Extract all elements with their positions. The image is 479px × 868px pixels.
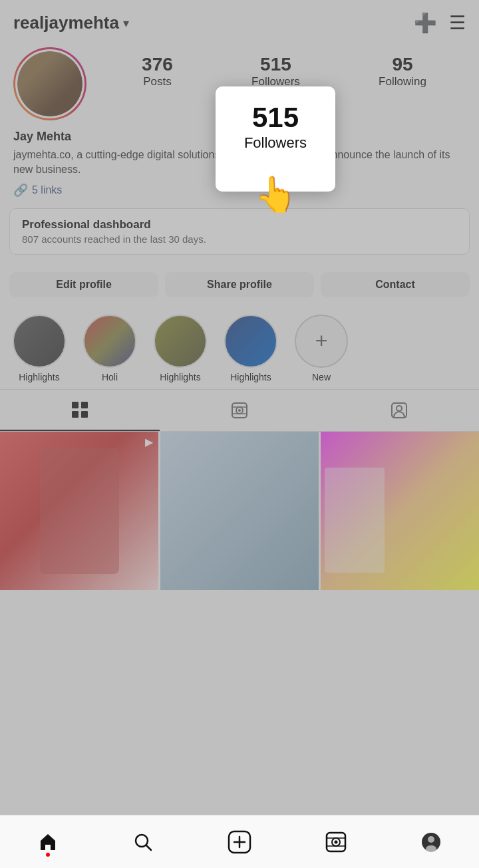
add-icon — [228, 830, 251, 854]
highlight-label-4: Highlights — [230, 372, 271, 382]
header: realjaymehta ▾ ➕ ☰ — [0, 0, 479, 41]
highlight-circle-3 — [154, 315, 207, 368]
stats-row: 376 Posts 515 Followers 95 Following — [102, 47, 466, 88]
following-count: 95 — [392, 54, 412, 75]
share-profile-button[interactable]: Share profile — [165, 272, 314, 297]
cursor-hand-icon: 👆 — [254, 177, 297, 212]
nav-home[interactable] — [37, 831, 59, 853]
avatar[interactable] — [15, 49, 84, 118]
highlight-circle-4 — [224, 315, 277, 368]
reels-icon — [230, 401, 249, 420]
tab-tagged[interactable] — [319, 390, 479, 431]
tagged-icon — [390, 401, 408, 420]
nav-profile[interactable] — [420, 831, 442, 853]
menu-icon[interactable]: ☰ — [449, 12, 466, 34]
followers-stat[interactable]: 515 Followers — [251, 54, 300, 88]
pro-dashboard-title: Professional dashboard — [22, 218, 457, 231]
reels-nav-icon — [325, 831, 347, 853]
highlight-label-2: Holi — [102, 372, 118, 382]
avatar-image — [17, 51, 82, 116]
tooltip-label: Followers — [242, 134, 309, 152]
bottom-nav — [0, 815, 479, 868]
header-right: ➕ ☰ — [414, 12, 466, 34]
svg-rect-2 — [72, 411, 79, 418]
post-cell-1[interactable]: ▶ — [0, 432, 158, 590]
post-cell-3[interactable] — [321, 432, 479, 590]
tab-grid[interactable] — [0, 390, 160, 431]
highlight-item-4[interactable]: Highlights — [221, 315, 281, 382]
add-post-icon[interactable]: ➕ — [414, 12, 437, 34]
search-icon — [132, 831, 154, 853]
highlight-item-new[interactable]: + New — [291, 315, 351, 382]
following-stat[interactable]: 95 Following — [379, 54, 426, 88]
tab-reels[interactable] — [160, 390, 319, 431]
grid-icon — [71, 400, 89, 419]
following-label: Following — [379, 75, 426, 88]
pro-dashboard[interactable]: Professional dashboard 807 accounts reac… — [9, 208, 470, 255]
nav-reels[interactable] — [325, 831, 347, 853]
highlight-circle-2 — [83, 315, 136, 368]
posts-label: Posts — [143, 75, 172, 88]
reels-badge-1: ▶ — [145, 436, 153, 448]
svg-rect-3 — [81, 411, 88, 418]
bio-links-text: 5 links — [32, 184, 62, 196]
header-left: realjaymehta ▾ — [13, 13, 129, 33]
tooltip-number: 515 — [242, 102, 309, 133]
svg-point-6 — [238, 409, 241, 412]
followers-tooltip: 515 Followers 👆 — [216, 86, 335, 192]
nav-search[interactable] — [132, 831, 154, 853]
highlight-label-new: New — [312, 372, 331, 382]
home-icon — [37, 831, 59, 853]
tabs-row — [0, 389, 479, 432]
posts-count: 376 — [142, 54, 173, 75]
profile-nav-icon — [420, 831, 442, 853]
plus-icon: + — [315, 329, 328, 353]
highlight-circle-1 — [13, 315, 66, 368]
action-buttons: Edit profile Share profile Contact — [0, 265, 479, 304]
svg-rect-0 — [72, 402, 79, 408]
username-text[interactable]: realjaymehta — [13, 13, 119, 33]
svg-point-23 — [426, 845, 436, 852]
highlight-item-3[interactable]: Highlights — [150, 315, 210, 382]
pro-dashboard-subtitle: 807 accounts reached in the last 30 days… — [22, 233, 457, 245]
highlight-circle-new: + — [295, 315, 348, 368]
highlight-label-1: Highlights — [19, 372, 59, 382]
edit-profile-button[interactable]: Edit profile — [9, 272, 158, 297]
highlight-item-1[interactable]: Highlights — [9, 315, 69, 382]
posts-grid: ▶ — [0, 432, 479, 590]
contact-button[interactable]: Contact — [321, 272, 470, 297]
highlight-label-3: Highlights — [160, 372, 200, 382]
svg-point-18 — [335, 840, 338, 843]
svg-point-22 — [428, 836, 434, 843]
link-icon: 🔗 — [13, 183, 28, 198]
post-cell-2[interactable] — [160, 432, 319, 590]
nav-add[interactable] — [228, 830, 251, 854]
highlight-item-2[interactable]: Holi — [80, 315, 140, 382]
avatar-wrap — [13, 47, 86, 120]
dropdown-arrow-icon[interactable]: ▾ — [123, 16, 129, 31]
posts-stat[interactable]: 376 Posts — [142, 54, 173, 88]
svg-rect-1 — [81, 402, 88, 408]
highlights-row: Highlights Holi Highlights Highlights + … — [0, 304, 479, 389]
svg-line-12 — [146, 845, 151, 850]
svg-point-10 — [397, 406, 402, 411]
followers-count: 515 — [260, 54, 291, 75]
